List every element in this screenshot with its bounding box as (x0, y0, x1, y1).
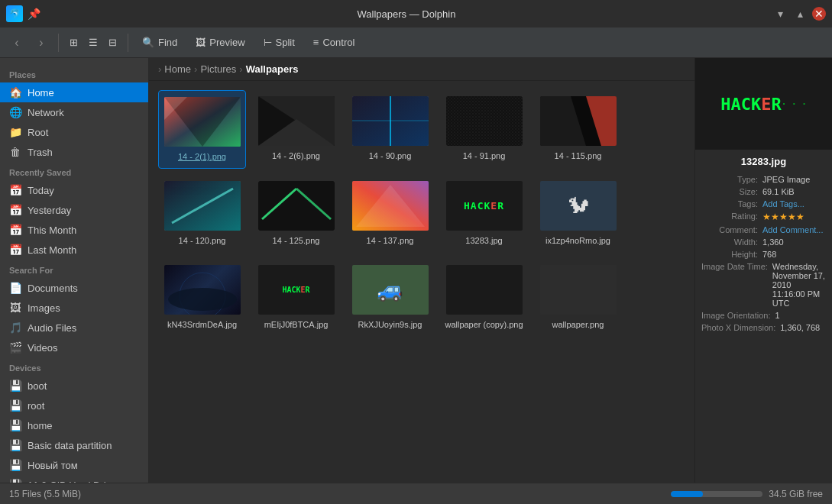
file-item[interactable]: 🚙 RkXJUoyin9s.jpg (346, 259, 434, 336)
breadcrumb: › Home › Pictures › Wallpapers (149, 58, 694, 81)
rating-value: ★★★★★ (762, 212, 826, 222)
back-btn[interactable]: ‹ (6, 32, 28, 53)
photox-value: 1,360, 768 (780, 323, 826, 332)
file-name: 13283.jpg (465, 235, 502, 246)
datetime-label: Image Date Time: (701, 262, 772, 308)
file-item[interactable]: HACKER mEIjJ0fBTCA.jpg (252, 259, 340, 336)
minimize-btn[interactable]: ▴ (792, 5, 809, 22)
preview-image-container: HACKER· · · (695, 58, 832, 150)
sidebar-item-today[interactable]: 📅 Today (0, 180, 148, 200)
file-item[interactable]: 14 - 125.png (252, 175, 340, 252)
file-item[interactable]: 14 - 2(1).png (158, 90, 246, 169)
file-thumb (540, 265, 617, 315)
file-item[interactable]: 14 - 115.png (534, 90, 622, 169)
file-item[interactable]: wallpaper (copy).png (440, 259, 528, 336)
size-value: 69.1 KiB (762, 187, 826, 196)
sidebar-item-root[interactable]: 📁 Root (0, 122, 148, 142)
breadcrumb-pictures[interactable]: Pictures (200, 63, 236, 75)
sidebar-item-hdd[interactable]: 💾 11.0 GiB Hard Drive (0, 475, 148, 483)
hacker-text: HACKER (464, 200, 504, 212)
file-item[interactable]: 14 - 2(6).png (252, 90, 340, 169)
toolbar-sep-2 (128, 34, 128, 52)
car-emoji: 🚙 (377, 277, 403, 302)
file-thumb (446, 265, 523, 315)
sidebar-item-trash[interactable]: 🗑 Trash (0, 142, 148, 162)
height-label: Height: (701, 250, 762, 259)
datetime-value: Wednesday, November 17, 2010 11:16:00 PM… (772, 262, 826, 308)
breadcrumb-home[interactable]: Home (164, 63, 191, 75)
sidebar-item-videos[interactable]: 🎬 Videos (0, 338, 148, 357)
hdd-icon: 💾 (9, 479, 21, 483)
view-list-btn[interactable]: ☰ (84, 34, 102, 51)
sidebar-item-boot[interactable]: 💾 boot (0, 376, 148, 396)
sidebar-item-network[interactable]: 🌐 Network (0, 102, 148, 122)
app-icon: 🐬 (6, 5, 23, 22)
close-btn[interactable]: ✕ (812, 7, 826, 21)
file-name: 14 - 90.png (369, 150, 412, 161)
detail-datetime: Image Date Time: Wednesday, November 17,… (701, 260, 826, 309)
split-btn[interactable]: ⊢ Split (256, 34, 303, 51)
titlebar-controls: ▾ ▴ ✕ (772, 5, 826, 22)
sidebar-item-audio[interactable]: 🎵 Audio Files (0, 318, 148, 338)
sidebar-item-documents[interactable]: 📄 Documents (0, 278, 148, 298)
root-icon: 📁 (9, 126, 21, 138)
network-icon: 🌐 (9, 106, 21, 118)
sidebar-label-documents: Documents (28, 283, 78, 294)
file-name: 14 - 115.png (555, 150, 602, 161)
sidebar-label-home: Home (28, 87, 54, 99)
file-name: 14 - 91.png (463, 150, 506, 161)
view-grid-btn[interactable]: ⊞ (65, 34, 83, 51)
file-item[interactable]: 14 - 91.png (440, 90, 528, 169)
sidebar-label-new-vol: Новый том (28, 460, 78, 471)
sidebar-label-last-month: Last Month (28, 244, 76, 256)
places-title: Places (0, 64, 148, 82)
new-vol-icon: 💾 (9, 459, 21, 471)
split-label: Split (276, 37, 295, 48)
sidebar-item-this-month[interactable]: 📅 This Month (0, 220, 148, 240)
comment-value[interactable]: Add Comment... (762, 225, 826, 234)
sidebar: Places 🏠 Home 🌐 Network 📁 Root 🗑 Trash R… (0, 58, 149, 483)
file-item[interactable]: HACKER 13283.jpg (440, 175, 528, 252)
file-item[interactable]: 14 - 137.png (346, 175, 434, 252)
preview-btn[interactable]: 🖼 Preview (188, 34, 252, 51)
find-btn[interactable]: 🔍 Find (134, 34, 185, 51)
file-name: ix1zp4noRmo.jpg (545, 235, 610, 246)
recently-saved-title: Recently Saved (0, 162, 148, 180)
comment-label: Comment: (701, 225, 762, 234)
svg-rect-10 (446, 96, 523, 146)
titlebar-left: 🐬 📌 (6, 5, 40, 22)
tags-value[interactable]: Add Tags... (762, 199, 826, 208)
sidebar-label-hdd: 11.0 GiB Hard Drive (28, 480, 116, 483)
file-item[interactable]: 14 - 120.png (158, 175, 246, 252)
sidebar-item-root-dev[interactable]: 💾 root (0, 396, 148, 415)
control-btn[interactable]: ≡ Control (306, 34, 363, 51)
sidebar-item-new-vol[interactable]: 💾 Новый том (0, 455, 148, 475)
file-item[interactable]: kN43SrdmDeA.jpg (158, 259, 246, 336)
file-item[interactable]: wallpaper.png (534, 259, 622, 336)
forward-btn[interactable]: › (31, 32, 52, 53)
detail-orientation: Image Orientation: 1 (701, 309, 826, 321)
sidebar-item-images[interactable]: 🖼 Images (0, 298, 148, 318)
sidebar-item-home-dev[interactable]: 💾 home (0, 415, 148, 435)
file-thumb (164, 181, 241, 231)
detail-type: Type: JPEG Image (701, 173, 826, 186)
sidebar-label-boot: boot (28, 380, 47, 392)
videos-icon: 🎬 (9, 341, 21, 354)
view-compact-btn[interactable]: ⊟ (104, 34, 121, 51)
sidebar-item-home[interactable]: 🏠 Home (0, 82, 148, 102)
search-title: Search For (0, 260, 148, 278)
sidebar-item-yesterday[interactable]: 📅 Yesterday (0, 200, 148, 220)
file-item[interactable]: 14 - 90.png (346, 90, 434, 169)
file-thumb: HACKER (258, 265, 335, 315)
height-value: 768 (762, 250, 826, 259)
sidebar-item-basic[interactable]: 💾 Basic data partition (0, 435, 148, 455)
preview-label: Preview (209, 37, 244, 48)
sidebar-item-last-month[interactable]: 📅 Last Month (0, 240, 148, 260)
find-icon: 🔍 (142, 37, 154, 48)
root-dev-icon: 💾 (9, 399, 21, 412)
photox-label: Photo X Dimension: (701, 323, 780, 332)
svg-rect-18 (258, 181, 335, 231)
dropdown-btn[interactable]: ▾ (772, 5, 789, 22)
file-item[interactable]: 🐿 ix1zp4noRmo.jpg (534, 175, 622, 252)
sidebar-label-yesterday: Yesterday (28, 205, 71, 216)
